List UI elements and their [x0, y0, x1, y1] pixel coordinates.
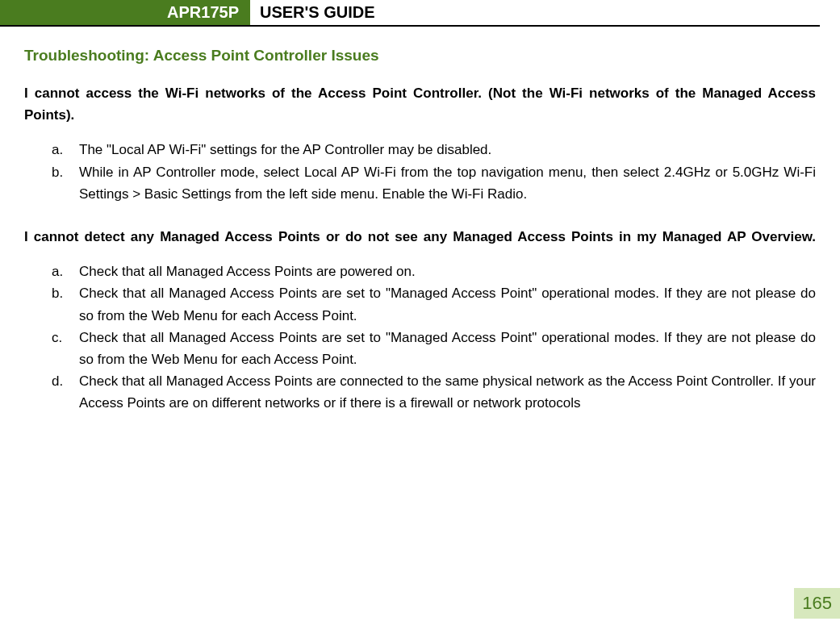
header-tab: APR175P	[0, 0, 250, 25]
issue-title-2: I cannot detect any Managed Access Point…	[24, 226, 816, 248]
list-text: While in AP Controller mode, select Loca…	[79, 165, 816, 202]
list-text: The "Local AP Wi-Fi" settings for the AP…	[79, 142, 491, 157]
list-marker: d.	[52, 370, 63, 392]
header-title: USER'S GUIDE	[250, 3, 375, 22]
list-text: Check that all Managed Access Points are…	[79, 264, 416, 279]
list-marker: b.	[52, 161, 63, 183]
issue-list-1: a. The "Local AP Wi-Fi" settings for the…	[24, 139, 816, 205]
list-marker: a.	[52, 139, 63, 161]
list-text: Check that all Managed Access Points are…	[79, 330, 816, 367]
header-bar: APR175P USER'S GUIDE	[0, 0, 820, 27]
list-text: Check that all Managed Access Points are…	[79, 373, 816, 411]
list-item: c. Check that all Managed Access Points …	[52, 327, 816, 370]
issue-title-1: I cannot access the Wi-Fi networks of th…	[24, 82, 816, 126]
list-item: d. Check that all Managed Access Points …	[52, 370, 816, 414]
page-content: Troubleshooting: Access Point Controller…	[0, 27, 840, 414]
list-item: a. Check that all Managed Access Points …	[52, 261, 816, 282]
list-marker: b.	[52, 282, 63, 304]
issue-list-2: a. Check that all Managed Access Points …	[24, 261, 816, 414]
page-number: 165	[794, 588, 840, 619]
list-marker: a.	[52, 261, 63, 282]
list-item: b. Check that all Managed Access Points …	[52, 282, 816, 326]
list-item: a. The "Local AP Wi-Fi" settings for the…	[52, 139, 816, 161]
list-item: b. While in AP Controller mode, select L…	[52, 161, 816, 205]
list-marker: c.	[52, 327, 62, 348]
section-heading: Troubleshooting: Access Point Controller…	[24, 47, 816, 65]
list-text: Check that all Managed Access Points are…	[79, 286, 816, 323]
